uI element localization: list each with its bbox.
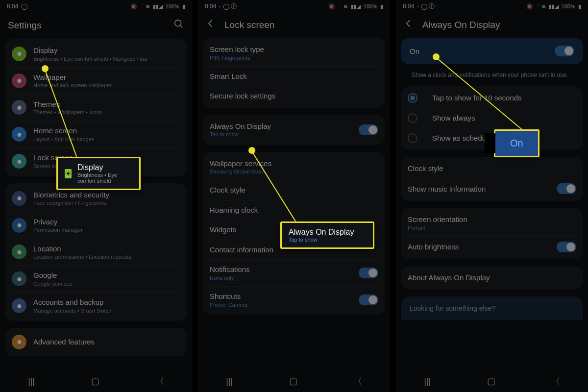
- callout-title: On: [510, 138, 523, 149]
- page-title: Lock screen: [224, 20, 382, 30]
- settings-row[interactable]: Roaming clock: [203, 200, 385, 220]
- settings-row[interactable]: About Always On Display: [401, 268, 583, 288]
- settings-row[interactable]: Auto brightness: [401, 237, 583, 257]
- callout-title: Always On Display: [289, 228, 366, 237]
- settings-row[interactable]: ⬤WallpaperHome and lock screen wallpaper: [5, 68, 187, 94]
- row-title: Privacy: [33, 217, 180, 227]
- toggle-on[interactable]: [555, 46, 574, 56]
- row-title: Shortcuts: [210, 292, 352, 301]
- signal-icon: ▮▮◢: [153, 3, 163, 10]
- settings-row[interactable]: Screen lock typePIN, Fingerprints: [203, 40, 385, 66]
- nav-home[interactable]: ▢: [289, 376, 297, 387]
- row-title: Show music information: [408, 184, 550, 194]
- row-subtitle: Location permissions • Location requests: [33, 253, 180, 260]
- radio-row[interactable]: Show always: [401, 108, 583, 128]
- back-icon[interactable]: [404, 19, 414, 31]
- settings-row[interactable]: Show music information: [401, 178, 583, 199]
- row-subtitle: Layout • App icon badges: [33, 136, 180, 143]
- row-title: Clock style: [210, 185, 378, 195]
- on-toggle-row[interactable]: On: [401, 38, 583, 64]
- nav-back[interactable]: 〈: [155, 375, 164, 387]
- settings-row[interactable]: NotificationsIcons only: [203, 260, 385, 286]
- nav-home[interactable]: ▢: [487, 376, 495, 387]
- settings-row[interactable]: Screen orientationPortrait: [401, 210, 583, 236]
- nav-home[interactable]: ▢: [91, 376, 99, 387]
- settings-row[interactable]: Smart Lock: [203, 67, 385, 86]
- row-toggle[interactable]: [359, 124, 378, 135]
- callout-sub: Tap to show: [289, 237, 366, 243]
- settings-row[interactable]: Wallpaper servicesSamsung Global Goals: [203, 154, 385, 180]
- settings-row[interactable]: Secure lock settings: [203, 86, 385, 106]
- row-icon: ⬤: [12, 127, 26, 142]
- row-title: About Always On Display: [408, 273, 576, 283]
- row-subtitle: Face recognition • Fingerprints: [33, 199, 180, 206]
- callout-display: ☀ Display Brightness • Eye comfort shiel…: [56, 157, 141, 190]
- row-subtitle: Manage accounts • Smart Switch: [33, 307, 180, 314]
- row-toggle[interactable]: [359, 294, 378, 305]
- nav-recent[interactable]: |||: [28, 376, 35, 387]
- callout-origin-dot: [433, 53, 440, 60]
- row-subtitle: Home and lock screen wallpaper: [33, 82, 180, 89]
- row-title: Always On Display: [210, 122, 352, 131]
- row-icon: ⬤: [12, 191, 26, 206]
- row-icon: ⬤: [12, 298, 26, 313]
- settings-row[interactable]: ⬤Accounts and backupManage accounts • Sm…: [5, 293, 187, 319]
- footer-link[interactable]: Looking for something else?: [401, 296, 583, 320]
- nav-recent[interactable]: |||: [424, 376, 431, 387]
- row-title: Auto brightness: [408, 242, 550, 252]
- screen-aod: 8:04▫ ◯ ⓕ 🔇⋮≋▮▮◢100%▮ Always On Display …: [396, 0, 588, 392]
- settings-row[interactable]: Always On DisplayTap to show: [203, 117, 385, 143]
- radio-label: Show always: [432, 113, 475, 123]
- radio-button[interactable]: [408, 113, 417, 123]
- callout-sub: Brightness • Eye comfort shield: [77, 172, 132, 184]
- page-title: Always On Display: [422, 20, 580, 30]
- row-title: Screen orientation: [408, 215, 576, 224]
- back-icon[interactable]: [206, 19, 216, 31]
- battery-icon: ▮: [182, 3, 185, 10]
- callout-on: On: [494, 129, 539, 157]
- nav-recent[interactable]: |||: [226, 376, 233, 387]
- wifi-icon: ⋮≋: [140, 3, 150, 10]
- display-icon: ☀: [65, 169, 72, 178]
- settings-row[interactable]: ShortcutsPhone, Camera: [203, 287, 385, 313]
- row-subtitle: Samsung Global Goals: [210, 168, 378, 175]
- row-title: Wallpaper: [33, 73, 180, 82]
- row-toggle[interactable]: [359, 268, 378, 278]
- settings-row[interactable]: Clock style: [401, 159, 583, 178]
- status-indicator: ◯: [21, 3, 27, 10]
- settings-row[interactable]: Clock style: [203, 180, 385, 200]
- settings-row[interactable]: ⬤Home screenLayout • App icon badges: [5, 121, 187, 147]
- settings-row[interactable]: ⬤GoogleGoogle services: [5, 266, 187, 292]
- settings-row[interactable]: ⬤Advanced features: [5, 330, 187, 354]
- row-icon: ⬤: [12, 245, 26, 259]
- row-title: Advanced features: [33, 337, 180, 347]
- radio-button[interactable]: [408, 133, 417, 143]
- row-title: Roaming clock: [210, 205, 378, 215]
- radio-button[interactable]: [408, 93, 417, 103]
- row-subtitle: PIN, Fingerprints: [210, 54, 378, 61]
- callout-origin-dot: [42, 65, 49, 72]
- nav-bar: ||| ▢ 〈: [0, 370, 192, 392]
- row-toggle[interactable]: [557, 242, 576, 252]
- row-subtitle: Google services: [33, 280, 180, 287]
- row-title: Home screen: [33, 126, 180, 136]
- mute-icon: 🔇: [130, 3, 137, 10]
- row-title: Clock style: [408, 164, 576, 173]
- settings-row[interactable]: ⬤LocationLocation permissions • Location…: [5, 239, 187, 266]
- row-subtitle: Phone, Camera: [210, 301, 352, 308]
- screen-lockscreen: 8:04▫ ◯ ⓕ 🔇⋮≋▮▮◢100%▮ Lock screen Screen…: [198, 0, 390, 392]
- row-subtitle: Brightness • Eye comfort shield • Naviga…: [33, 55, 180, 62]
- callout-origin-dot: [248, 147, 255, 154]
- row-subtitle: Tap to show: [210, 131, 352, 138]
- status-bar: 8:04▫ ◯ ⓕ 🔇⋮≋▮▮◢100%▮: [198, 0, 390, 13]
- nav-bar: ||| ▢ 〈: [396, 370, 588, 392]
- search-icon[interactable]: [173, 19, 184, 32]
- nav-back[interactable]: 〈: [551, 375, 560, 387]
- settings-row[interactable]: ⬤DisplayBrightness • Eye comfort shield …: [5, 41, 187, 67]
- nav-back[interactable]: 〈: [353, 375, 362, 387]
- settings-row[interactable]: ⬤PrivacyPermission manager: [5, 212, 187, 239]
- row-icon: ⬤: [12, 100, 26, 115]
- settings-row[interactable]: ⬤ThemesThemes • Wallpapers • Icons: [5, 95, 187, 121]
- row-subtitle: Themes • Wallpapers • Icons: [33, 109, 180, 116]
- row-toggle[interactable]: [557, 183, 576, 194]
